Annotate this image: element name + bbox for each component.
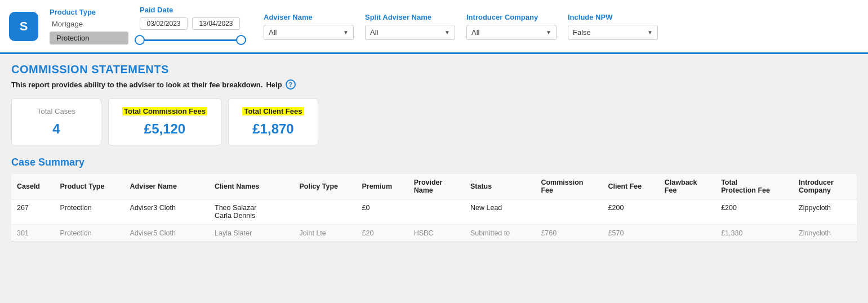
total-cases-value: 4 [25,121,87,137]
table-cell: £200 [603,199,659,225]
split-adviser-label: Split Adviser Name [365,13,455,21]
total-commission-label: Total Commission Fees [122,107,207,115]
col-header-premium: Premium [357,174,408,199]
paid-date-to-input[interactable] [192,17,240,30]
include-npw-value: False [573,28,591,37]
total-cases-label: Total Cases [25,107,87,115]
table-cell: Zinnycloth [793,225,857,242]
col-header-commission-fee: CommissionFee [535,174,602,199]
section-title: COMMISSION STATEMENTS [11,63,857,76]
product-type-filter: Product Type Mortgage Protection [50,8,128,44]
date-range-inputs [140,17,252,30]
table-cell [659,225,715,242]
table-cell: Submitted to [465,225,535,242]
table-cell: Zippycloth [793,199,857,225]
date-range-slider[interactable] [140,33,241,47]
col-header-caseid: CaseId [11,174,54,199]
introducer-company-select[interactable]: All ▼ [466,25,557,40]
range-thumb-left[interactable] [135,35,145,45]
range-track [140,39,241,41]
subtitle-text: This report provides ability to the advi… [11,81,262,89]
product-type-protection[interactable]: Protection [50,32,128,44]
col-header-policy-type: Policy Type [294,174,357,199]
table-cell: Adviser3 Cloth [124,199,209,225]
case-summary-title: Case Summary [11,157,857,168]
table-cell [294,199,357,225]
app-logo: S [9,12,38,41]
table-cell: 267 [11,199,54,225]
table-cell: £760 [535,225,602,242]
product-type-mortgage[interactable]: Mortgage [50,19,128,29]
include-npw-filter: Include NPW False ▼ [568,13,658,40]
stats-row: Total Cases 4 Total Commission Fees £5,1… [11,99,857,145]
introducer-company-filter: Introducer Company All ▼ [466,13,557,40]
table-cell: £20 [357,225,408,242]
adviser-name-select[interactable]: All ▼ [264,25,354,40]
table-row: 267ProtectionAdviser3 ClothTheo SalazarC… [11,199,857,225]
main-content: COMMISSION STATEMENTS This report provid… [0,54,868,251]
total-commission-card: Total Commission Fees £5,120 [108,99,221,145]
col-header-clawback-fee: ClawbackFee [659,174,715,199]
chevron-down-icon: ▼ [647,29,653,35]
table-cell: Theo SalazarCarla Dennis [209,199,293,225]
col-header-total-protection-fee: TotalProtection Fee [715,174,793,199]
col-header-adviser-name: Adviser Name [124,174,209,199]
introducer-company-value: All [471,28,479,37]
table-row: 301ProtectionAdviser5 ClothLayla SlaterJ… [11,225,857,242]
split-adviser-select[interactable]: All ▼ [365,25,455,40]
col-header-product-type: Product Type [54,174,124,199]
table-cell: Joint Lte [294,225,357,242]
include-npw-label: Include NPW [568,13,658,21]
total-client-fees-card: Total Client Fees £1,870 [228,99,318,145]
table-cell: £200 [715,199,793,225]
split-adviser-value: All [370,28,378,37]
adviser-name-value: All [269,28,277,37]
case-summary-table: CaseId Product Type Adviser Name Client … [11,174,857,242]
col-header-provider-name: ProviderName [408,174,465,199]
col-header-client-fee: Client Fee [603,174,659,199]
table-header-row: CaseId Product Type Adviser Name Client … [11,174,857,199]
adviser-name-filter: Adviser Name All ▼ [264,13,354,40]
help-icon[interactable]: ? [286,79,296,90]
col-header-client-names: Client Names [209,174,293,199]
table-cell: New Lead [465,199,535,225]
table-cell: HSBC [408,225,465,242]
introducer-company-label: Introducer Company [466,13,557,21]
chevron-down-icon: ▼ [343,29,349,35]
table-cell: Protection [54,199,124,225]
split-adviser-filter: Split Adviser Name All ▼ [365,13,455,40]
paid-date-from-input[interactable] [140,17,188,30]
top-filter-bar: S Product Type Mortgage Protection Paid … [0,0,868,54]
total-client-value: £1,870 [242,121,304,137]
col-header-status: Status [465,174,535,199]
table-cell: £570 [603,225,659,242]
table-cell: 301 [11,225,54,242]
total-cases-card: Total Cases 4 [11,99,101,145]
adviser-name-label: Adviser Name [264,13,354,21]
col-header-introducer-company: IntroducerCompany [793,174,857,199]
table-cell: Protection [54,225,124,242]
paid-date-filter: Paid Date [140,6,252,47]
product-type-label: Product Type [50,8,128,16]
table-cell: Layla Slater [209,225,293,242]
table-cell [535,199,602,225]
chevron-down-icon: ▼ [546,29,551,35]
total-client-label: Total Client Fees [242,107,304,115]
section-subtitle: This report provides ability to the advi… [11,79,857,90]
total-commission-value: £5,120 [122,121,207,137]
table-cell: Adviser5 Cloth [124,225,209,242]
table-cell [408,199,465,225]
paid-date-label: Paid Date [140,6,252,14]
range-thumb-right[interactable] [236,35,246,45]
table-cell: £1,330 [715,225,793,242]
include-npw-select[interactable]: False ▼ [568,25,658,40]
table-cell [659,199,715,225]
chevron-down-icon: ▼ [444,29,450,35]
table-cell: £0 [357,199,408,225]
